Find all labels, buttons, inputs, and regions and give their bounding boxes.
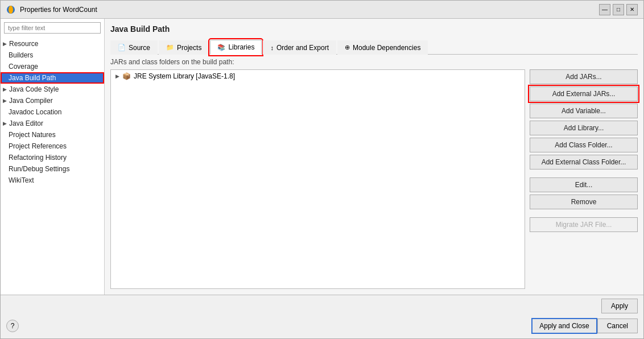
add-variable-button[interactable]: Add Variable... — [530, 104, 638, 118]
apply-close-button[interactable]: Apply and Close — [531, 318, 597, 334]
sidebar-item-builders[interactable]: Builders — [1, 49, 104, 61]
buttons-panel: Add JARs... Add External JARs... Add Var… — [530, 69, 638, 289]
filter-input[interactable] — [4, 22, 101, 34]
svg-point-1 — [9, 6, 13, 14]
dialog-footer: Apply ? Apply and Close Cancel — [1, 295, 643, 338]
sidebar-item-label: Java Compiler — [9, 97, 53, 105]
title-bar: Properties for WordCount — □ ✕ — [1, 1, 643, 19]
sidebar-item-java-editor[interactable]: ▶ Java Editor — [1, 118, 104, 129]
arrow-icon: ▶ — [3, 86, 7, 92]
tabs-bar: 📄 Source 📁 Projects 📚 Libraries ↕ Order … — [110, 39, 638, 55]
sidebar-item-java-compiler[interactable]: ▶ Java Compiler — [1, 95, 104, 106]
add-library-button[interactable]: Add Library... — [530, 121, 638, 135]
apply-button[interactable]: Apply — [601, 299, 638, 313]
sidebar-item-label: Builders — [9, 51, 33, 59]
build-path-description: JARs and class folders on the build path… — [110, 58, 638, 66]
arrow-icon: ▶ — [3, 41, 7, 47]
tree-item-label: JRE System Library [JavaSE-1.8] — [134, 72, 235, 80]
footer-buttons-row: ? Apply and Close Cancel — [1, 316, 643, 338]
title-bar-left: Properties for WordCount — [6, 5, 97, 14]
sidebar-item-label: Javadoc Location — [9, 108, 61, 116]
sidebar-item-refactoring-history[interactable]: Refactoring History — [1, 152, 104, 163]
module-dep-tab-icon: ⊕ — [345, 44, 350, 51]
help-button[interactable]: ? — [6, 320, 19, 332]
sidebar-item-label: Resource — [9, 40, 38, 48]
tab-label: Order and Export — [276, 44, 329, 52]
source-tab-icon: 📄 — [118, 44, 126, 51]
tree-item-jre[interactable]: ▶ 📦 JRE System Library [JavaSE-1.8] — [111, 70, 525, 82]
sidebar-item-run-debug-settings[interactable]: Run/Debug Settings — [1, 163, 104, 175]
main-content: Java Build Path 📄 Source 📁 Projects 📚 Li… — [105, 19, 643, 295]
title-controls: — □ ✕ — [599, 4, 638, 15]
content-area: ▶ 📦 JRE System Library [JavaSE-1.8] Add … — [110, 69, 638, 289]
tab-projects[interactable]: 📁 Projects — [159, 40, 209, 55]
dialog-body: ▶ Resource Builders Coverage Java Build … — [1, 19, 643, 295]
sidebar-item-javadoc-location[interactable]: Javadoc Location — [1, 106, 104, 118]
dialog-title: Properties for WordCount — [20, 6, 97, 14]
jar-icon: 📦 — [122, 72, 131, 80]
migrate-jar-file-button[interactable]: Migrate JAR File... — [530, 217, 638, 232]
sidebar-item-label: Java Editor — [9, 119, 43, 127]
libraries-tab-icon: 📚 — [217, 44, 225, 51]
sidebar-list: ▶ Resource Builders Coverage Java Build … — [1, 37, 104, 295]
add-class-folder-button[interactable]: Add Class Folder... — [530, 138, 638, 152]
sidebar-item-label: Run/Debug Settings — [9, 165, 69, 173]
button-spacer — [530, 172, 638, 175]
sidebar-item-label: Java Code Style — [9, 85, 59, 93]
add-jars-button[interactable]: Add JARs... — [530, 69, 638, 84]
sidebar-item-label: Java Build Path — [9, 74, 56, 82]
button-spacer2 — [530, 212, 638, 215]
sidebar-item-java-code-style[interactable]: ▶ Java Code Style — [1, 84, 104, 95]
tab-module-dependencies[interactable]: ⊕ Module Dependencies — [337, 40, 428, 55]
page-title: Java Build Path — [110, 24, 638, 34]
minimize-button[interactable]: — — [599, 4, 610, 15]
tree-panel[interactable]: ▶ 📦 JRE System Library [JavaSE-1.8] — [110, 69, 525, 289]
sidebar-item-java-build-path[interactable]: Java Build Path — [1, 72, 104, 84]
arrow-icon: ▶ — [3, 121, 7, 126]
add-external-jars-button[interactable]: Add External JARs... — [530, 86, 638, 101]
tab-order-export[interactable]: ↕ Order and Export — [263, 40, 336, 55]
projects-tab-icon: 📁 — [166, 44, 174, 51]
sidebar-item-wikitext[interactable]: WikiText — [1, 175, 104, 186]
tab-label: Libraries — [228, 43, 254, 51]
tab-label: Projects — [177, 44, 201, 52]
footer-apply-row: Apply — [1, 295, 643, 316]
sidebar-item-label: WikiText — [9, 176, 34, 184]
sidebar-item-resource[interactable]: ▶ Resource — [1, 38, 104, 49]
tab-label: Source — [129, 44, 150, 52]
maximize-button[interactable]: □ — [613, 4, 624, 15]
sidebar-item-label: Coverage — [9, 63, 38, 71]
cancel-button[interactable]: Cancel — [597, 319, 638, 333]
sidebar-item-label: Project References — [9, 142, 67, 150]
sidebar-item-label: Project Natures — [9, 131, 56, 139]
eclipse-icon — [6, 5, 15, 14]
close-button[interactable]: ✕ — [626, 4, 638, 15]
tab-source[interactable]: 📄 Source — [110, 40, 158, 55]
order-export-tab-icon: ↕ — [270, 44, 274, 51]
tree-expand-icon: ▶ — [115, 73, 119, 79]
add-external-class-folder-button[interactable]: Add External Class Folder... — [530, 155, 638, 170]
edit-button[interactable]: Edit... — [530, 177, 638, 192]
sidebar: ▶ Resource Builders Coverage Java Build … — [1, 19, 105, 295]
tab-libraries[interactable]: 📚 Libraries — [210, 40, 262, 55]
remove-button[interactable]: Remove — [530, 195, 638, 209]
tab-label: Module Dependencies — [353, 44, 420, 52]
properties-dialog: Properties for WordCount — □ ✕ ▶ Resourc… — [0, 0, 644, 339]
sidebar-item-label: Refactoring History — [9, 154, 67, 162]
sidebar-item-coverage[interactable]: Coverage — [1, 61, 104, 72]
arrow-icon: ▶ — [3, 98, 7, 104]
sidebar-item-project-natures[interactable]: Project Natures — [1, 129, 104, 140]
sidebar-item-project-references[interactable]: Project References — [1, 140, 104, 152]
